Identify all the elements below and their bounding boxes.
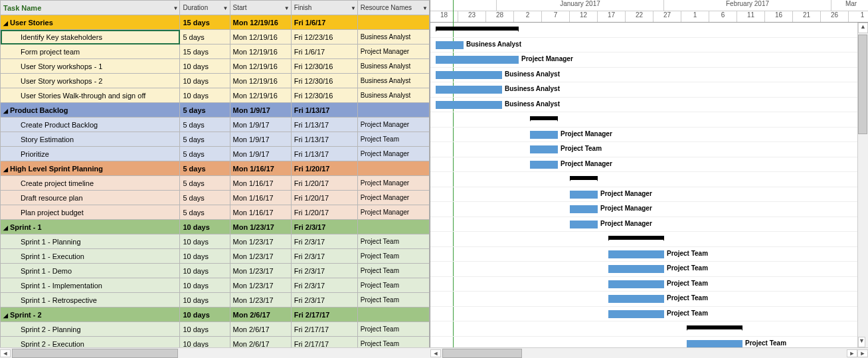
cell-task-name[interactable]: Draft resource plan — [1, 191, 180, 205]
cell-start[interactable]: Mon 1/9/17 — [230, 147, 291, 161]
cell-finish[interactable]: Fri 1/6/17 — [291, 15, 357, 30]
col-finish[interactable]: Finish▼ — [291, 1, 357, 15]
cell-task-name[interactable]: Plan project budget — [1, 205, 180, 220]
table-row[interactable]: Sprint 1 - Retrospective10 daysMon 1/23/… — [1, 293, 430, 308]
cell-resource[interactable]: Business Analyst — [357, 88, 429, 103]
col-duration[interactable]: Duration▼ — [180, 1, 230, 15]
task-bar[interactable] — [530, 145, 558, 153]
task-bar[interactable] — [608, 295, 664, 303]
table-row[interactable]: ◢User Stories15 daysMon 12/19/16Fri 1/6/… — [1, 15, 430, 30]
table-row[interactable]: Sprint 2 - Planning10 daysMon 2/6/17Fri … — [1, 322, 430, 337]
cell-task-name[interactable]: Create project timeline — [1, 176, 180, 191]
cell-start[interactable]: Mon 12/19/16 — [230, 74, 291, 88]
table-row[interactable]: Sprint 1 - Demo10 daysMon 1/23/17Fri 2/3… — [1, 264, 430, 278]
summary-bar[interactable] — [570, 176, 598, 180]
cell-duration[interactable]: 5 days — [180, 161, 230, 176]
cell-start[interactable]: Mon 1/9/17 — [230, 118, 291, 132]
cell-start[interactable]: Mon 1/16/17 — [230, 205, 291, 220]
summary-bar[interactable] — [436, 27, 519, 31]
cell-start[interactable]: Mon 1/23/17 — [230, 278, 291, 293]
cell-finish[interactable]: Fri 1/13/17 — [291, 118, 357, 132]
cell-task-name[interactable]: Sprint 2 - Planning — [1, 322, 180, 337]
summary-bar[interactable] — [687, 325, 742, 329]
task-bar[interactable] — [570, 221, 598, 228]
collapse-icon[interactable]: ◢ — [3, 166, 8, 173]
cell-finish[interactable]: Fri 1/13/17 — [291, 132, 357, 147]
cell-task-name[interactable]: Sprint 1 - Demo — [1, 264, 180, 278]
table-row[interactable]: User Story workshops - 210 daysMon 12/19… — [1, 74, 430, 88]
scroll-thumb[interactable] — [442, 349, 522, 358]
table-row[interactable]: Story Estimation5 daysMon 1/9/17Fri 1/13… — [1, 132, 430, 147]
scroll-up-icon[interactable]: ▲ — [858, 23, 868, 33]
cell-duration[interactable]: 10 days — [180, 88, 230, 103]
cell-resource[interactable]: Project Manager — [357, 118, 429, 132]
cell-start[interactable]: Mon 12/19/16 — [230, 59, 291, 74]
cell-duration[interactable]: 10 days — [180, 293, 230, 308]
task-bar[interactable] — [436, 101, 502, 109]
cell-finish[interactable]: Fri 12/30/16 — [291, 88, 357, 103]
task-bar[interactable] — [687, 340, 742, 348]
cell-task-name[interactable]: Form project team — [1, 45, 180, 59]
cell-task-name[interactable]: ◢User Stories — [1, 15, 180, 30]
cell-resource[interactable] — [357, 161, 429, 176]
cell-duration[interactable]: 10 days — [180, 59, 230, 74]
cell-task-name[interactable]: ◢High Level Sprint Planning — [1, 161, 180, 176]
cell-start[interactable]: Mon 1/16/17 — [230, 176, 291, 191]
table-row[interactable]: Form project team15 daysMon 12/19/16Fri … — [1, 45, 430, 59]
cell-duration[interactable]: 10 days — [180, 308, 230, 322]
cell-start[interactable]: Mon 1/9/17 — [230, 103, 291, 118]
cell-task-name[interactable]: ◢Sprint - 2 — [1, 308, 180, 322]
cell-task-name[interactable]: User Stories Walk-through and sign off — [1, 88, 180, 103]
cell-finish[interactable]: Fri 2/3/17 — [291, 234, 357, 249]
cell-finish[interactable]: Fri 1/20/17 — [291, 176, 357, 191]
cell-task-name[interactable]: Sprint 1 - Retrospective — [1, 293, 180, 308]
cell-start[interactable]: Mon 2/6/17 — [230, 308, 291, 322]
cell-start[interactable]: Mon 2/6/17 — [230, 322, 291, 337]
gantt-h-scrollbar[interactable]: ◄ ► — [430, 347, 857, 358]
table-row[interactable]: Identify Key stakeholders5 daysMon 12/19… — [1, 30, 430, 45]
cell-task-name[interactable]: Prioritize — [1, 147, 180, 161]
cell-finish[interactable]: Fri 2/3/17 — [291, 220, 357, 234]
cell-finish[interactable]: Fri 2/3/17 — [291, 293, 357, 308]
table-row[interactable]: Draft resource plan5 daysMon 1/16/17Fri … — [1, 191, 430, 205]
task-bar[interactable] — [570, 205, 598, 213]
cell-finish[interactable]: Fri 12/23/16 — [291, 30, 357, 45]
cell-duration[interactable]: 10 days — [180, 234, 230, 249]
scroll-down-icon[interactable]: ▼ — [858, 337, 865, 347]
cell-resource[interactable]: Project Team — [357, 278, 429, 293]
task-bar[interactable] — [608, 265, 664, 273]
cell-task-name[interactable]: User Story workshops - 1 — [1, 59, 180, 74]
cell-task-name[interactable]: Sprint 1 - Implementation — [1, 278, 180, 293]
cell-duration[interactable]: 5 days — [180, 132, 230, 147]
cell-resource[interactable]: Business Analyst — [357, 59, 429, 74]
cell-duration[interactable]: 5 days — [180, 205, 230, 220]
cell-resource[interactable]: Project Team — [357, 293, 429, 308]
cell-duration[interactable]: 5 days — [180, 30, 230, 45]
cell-finish[interactable]: Fri 2/3/17 — [291, 249, 357, 264]
cell-duration[interactable]: 5 days — [180, 147, 230, 161]
cell-resource[interactable]: Business Analyst — [357, 30, 429, 45]
table-row[interactable]: Sprint 1 - Implementation10 daysMon 1/23… — [1, 278, 430, 293]
cell-start[interactable]: Mon 1/9/17 — [230, 132, 291, 147]
table-row[interactable]: ◢High Level Sprint Planning5 daysMon 1/1… — [1, 161, 430, 176]
table-row[interactable]: Create project timeline5 daysMon 1/16/17… — [1, 176, 430, 191]
table-row[interactable]: Sprint 1 - Planning10 daysMon 1/23/17Fri… — [1, 234, 430, 249]
cell-duration[interactable]: 15 days — [180, 45, 230, 59]
cell-duration[interactable]: 10 days — [180, 322, 230, 337]
cell-task-name[interactable]: Story Estimation — [1, 132, 180, 147]
task-bar[interactable] — [608, 310, 664, 318]
collapse-icon[interactable]: ◢ — [3, 224, 8, 231]
table-row[interactable]: ◢Sprint - 210 daysMon 2/6/17Fri 2/17/17 — [1, 308, 430, 322]
cell-duration[interactable]: 15 days — [180, 15, 230, 30]
filter-icon[interactable]: ▼ — [173, 5, 178, 11]
cell-start[interactable]: Mon 1/23/17 — [230, 234, 291, 249]
col-resource[interactable]: Resource Names▼ — [357, 1, 429, 15]
summary-bar[interactable] — [530, 116, 558, 120]
cell-resource[interactable] — [357, 15, 429, 30]
table-row[interactable]: ◢Product Backlog5 daysMon 1/9/17Fri 1/13… — [1, 103, 430, 118]
cell-resource[interactable]: Project Team — [357, 132, 429, 147]
cell-resource[interactable]: Project Team — [357, 249, 429, 264]
task-bar[interactable] — [570, 191, 598, 199]
collapse-icon[interactable]: ◢ — [3, 312, 8, 319]
cell-duration[interactable]: 10 days — [180, 264, 230, 278]
